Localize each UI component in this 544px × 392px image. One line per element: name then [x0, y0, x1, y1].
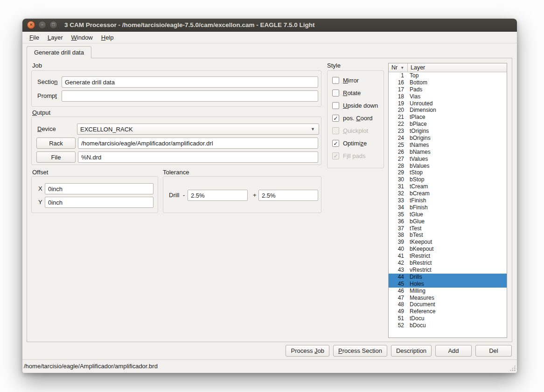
tolerance-plus-input[interactable] — [258, 190, 318, 201]
layer-row[interactable]: 32 bCream — [389, 190, 507, 197]
layer-row[interactable]: 27 tValues — [389, 156, 507, 163]
checkbox-label: Fill pads — [343, 152, 365, 159]
layer-row[interactable]: 29 tStop — [389, 169, 507, 176]
layer-name: bOrigins — [406, 135, 431, 142]
window-control-button[interactable]: − — [38, 21, 46, 29]
layer-row[interactable]: 49 Reference — [389, 308, 507, 315]
rack-button[interactable]: Rack — [36, 138, 76, 149]
layer-row[interactable]: 1 Top — [389, 72, 507, 79]
layer-name: bDocu — [406, 322, 426, 329]
layer-row[interactable]: 45 Holes — [389, 281, 507, 288]
action-button[interactable]: Process Section — [333, 345, 387, 357]
column-header-layer[interactable]: Layer — [408, 64, 425, 71]
action-button[interactable]: Del — [475, 345, 512, 357]
window-control-icon: ✕ — [29, 23, 33, 27]
prompt-input[interactable] — [62, 90, 318, 102]
column-header-nr[interactable]: Nr ▼ — [389, 63, 408, 72]
layer-row[interactable]: 43 vRestrict — [389, 267, 507, 274]
checkbox-icon[interactable]: ✓ — [332, 140, 339, 147]
layer-row[interactable]: 22 bPlace — [389, 121, 507, 128]
checkbox-icon[interactable] — [332, 89, 339, 96]
layer-row[interactable]: 38 bTest — [389, 232, 507, 239]
job-group-label: Job — [32, 62, 42, 69]
device-dropdown[interactable]: EXCELLON_RACK ▼ — [77, 124, 319, 135]
style-checkbox-row[interactable]: Mirror — [328, 74, 384, 87]
layer-name: tRestrict — [406, 253, 430, 260]
layer-row[interactable]: 35 tGlue — [389, 211, 507, 218]
style-checkbox-row[interactable]: ✓ pos. Coord — [328, 112, 384, 124]
rack-path-input[interactable] — [78, 138, 318, 149]
layer-row[interactable]: 19 Unrouted — [389, 100, 507, 107]
layer-name: Milling — [406, 288, 425, 295]
tab-generate-drill-data[interactable]: Generate drill data — [27, 46, 91, 58]
menu-item[interactable]: Layer — [43, 33, 67, 42]
layer-row[interactable]: 16 Bottom — [389, 79, 507, 86]
layer-number: 40 — [389, 246, 406, 253]
layer-row[interactable]: 23 tOrigins — [389, 128, 507, 135]
layer-row[interactable]: 17 Pads — [389, 86, 507, 93]
layer-row[interactable]: 51 tDocu — [389, 315, 507, 322]
layer-row[interactable]: 40 bKeepout — [389, 246, 507, 253]
layer-row[interactable]: 46 Milling — [389, 288, 507, 295]
layer-row[interactable]: 44 Drills — [389, 274, 507, 281]
layer-row[interactable]: 25 tNames — [389, 142, 507, 149]
layer-number: 25 — [389, 142, 406, 149]
style-checkbox-row[interactable]: Rotate — [328, 87, 384, 99]
window-control-button[interactable]: ✕ — [27, 21, 35, 29]
device-selected-value: EXCELLON_RACK — [80, 126, 133, 133]
file-button[interactable]: File — [36, 151, 76, 163]
menu-item[interactable]: Help — [97, 33, 118, 42]
menu-item[interactable]: Window — [67, 33, 97, 42]
style-checkbox-row[interactable]: Quickplot — [328, 124, 384, 137]
layer-row[interactable]: 37 tTest — [389, 225, 507, 232]
window-control-button[interactable]: □ — [49, 21, 57, 29]
layer-row[interactable]: 20 Dimension — [389, 107, 507, 114]
tolerance-minus-input[interactable] — [188, 190, 248, 201]
checkbox-icon[interactable]: ✓ — [332, 115, 339, 122]
layer-row[interactable]: 24 bOrigins — [389, 135, 507, 142]
layer-row[interactable]: 47 Measures — [389, 295, 507, 302]
section-label: Section — [37, 76, 57, 88]
layer-name: bCream — [406, 190, 430, 197]
layer-name: tPlace — [406, 114, 425, 121]
titlebar[interactable]: ✕ − □ 3 CAM Processor - /home/tarcisio/e… — [22, 19, 517, 32]
layer-number: 51 — [389, 315, 406, 322]
layer-row[interactable]: 36 bGlue — [389, 218, 507, 225]
window-title: 3 CAM Processor - /home/tarcisio/eagle-7… — [64, 21, 314, 28]
layer-number: 33 — [389, 197, 406, 204]
style-checkbox-row[interactable]: ✓ Fill pads — [328, 150, 384, 162]
resize-grip[interactable] — [509, 365, 516, 371]
layer-row[interactable]: 34 bFinish — [389, 204, 507, 211]
layer-row[interactable]: 39 tKeepout — [389, 239, 507, 246]
action-button[interactable]: Description — [391, 345, 432, 357]
layer-number: 27 — [389, 156, 406, 163]
action-button[interactable]: Add — [435, 345, 472, 357]
layer-row[interactable]: 41 tRestrict — [389, 253, 507, 260]
menu-item[interactable]: File — [25, 33, 43, 42]
checkbox-icon[interactable] — [332, 127, 339, 134]
layer-row[interactable]: 33 tFinish — [389, 197, 507, 204]
offset-y-input[interactable] — [45, 197, 153, 208]
style-checkbox-row[interactable]: ✓ Optimize — [328, 137, 384, 150]
layer-number: 31 — [389, 183, 406, 190]
layer-row[interactable]: 30 bStop — [389, 176, 507, 183]
offset-x-input[interactable] — [45, 183, 153, 194]
checkbox-icon[interactable] — [332, 77, 339, 84]
layer-row[interactable]: 28 bValues — [389, 163, 507, 170]
layer-row[interactable]: 52 bDocu — [389, 322, 507, 329]
file-name-input[interactable] — [78, 151, 318, 163]
offset-group: X Y — [31, 176, 158, 213]
section-input[interactable] — [62, 76, 318, 88]
layer-row[interactable]: 31 tCream — [389, 183, 507, 190]
action-button[interactable]: Process Job — [286, 345, 329, 357]
layer-row[interactable]: 26 bNames — [389, 149, 507, 156]
layer-name: Dimension — [406, 107, 436, 114]
layer-row[interactable]: 42 bRestrict — [389, 260, 507, 267]
layer-row[interactable]: 21 tPlace — [389, 114, 507, 121]
layer-name: Reference — [406, 308, 435, 315]
layer-row[interactable]: 48 Document — [389, 301, 507, 308]
checkbox-icon[interactable]: ✓ — [332, 152, 339, 159]
style-checkbox-row[interactable]: Upside down — [328, 99, 384, 112]
checkbox-icon[interactable] — [332, 102, 339, 109]
layer-row[interactable]: 18 Vias — [389, 93, 507, 100]
